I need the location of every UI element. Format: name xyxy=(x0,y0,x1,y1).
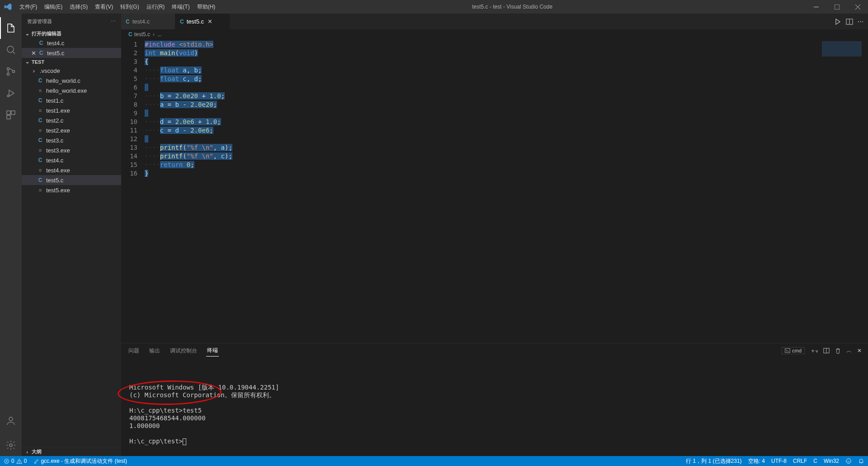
terminal[interactable]: Microsoft Windows [版本 10.0.19044.2251](c… xyxy=(121,358,868,456)
chevron-right-icon: › xyxy=(30,67,38,74)
activity-explorer-icon[interactable] xyxy=(0,17,22,39)
terminal-cursor xyxy=(183,438,186,445)
svg-rect-7 xyxy=(7,111,10,114)
panel-tab-output[interactable]: 输出 xyxy=(148,345,161,357)
file-tree-item[interactable]: ≡test4.exe xyxy=(22,165,121,175)
status-spaces[interactable]: 空格: 4 xyxy=(748,457,765,465)
terminal-shell-selector[interactable]: cmd xyxy=(782,347,805,354)
chevron-down-icon: ⌄ xyxy=(24,59,30,65)
open-editors-header[interactable]: ⌄ 打开的编辑器 xyxy=(22,29,121,38)
menu-terminal[interactable]: 终端(T) xyxy=(168,0,193,14)
status-wintag[interactable]: Win32 xyxy=(824,458,839,464)
sidebar-header: 资源管理器 ⋯ xyxy=(22,14,121,29)
code-content[interactable]: #include <stdio.h>int main(void){····flo… xyxy=(145,39,868,343)
kill-terminal-icon[interactable] xyxy=(835,348,841,354)
status-language[interactable]: C xyxy=(813,458,817,464)
file-tree-item[interactable]: Ctest3.c xyxy=(22,135,121,145)
minimap[interactable] xyxy=(822,41,862,57)
tab-label: test5.c xyxy=(187,18,204,25)
file-label: test4.c xyxy=(46,157,63,164)
status-line-col[interactable]: 行 1，列 1 (已选择231) xyxy=(686,457,741,465)
editor-tab[interactable]: C test4.c ✕ xyxy=(121,14,175,29)
outline-header[interactable]: › 大纲 xyxy=(22,447,121,456)
svg-point-3 xyxy=(7,68,9,70)
activity-search-icon[interactable] xyxy=(0,39,22,61)
file-tree-item[interactable]: ≡test3.exe xyxy=(22,145,121,155)
menu-view[interactable]: 查看(V) xyxy=(91,0,117,14)
close-panel-icon[interactable]: ✕ xyxy=(857,347,862,354)
new-terminal-icon[interactable]: ＋ⅴ xyxy=(810,347,818,355)
folder-name: TEST xyxy=(32,59,44,65)
open-editor-item[interactable]: ✕ C test5.c xyxy=(22,48,121,58)
run-icon[interactable] xyxy=(834,18,841,25)
code-editor[interactable]: 12345678910111213141516 #include <stdio.… xyxy=(121,39,868,343)
file-tree-item[interactable]: ≡test5.exe xyxy=(22,185,121,195)
file-label: .vscode xyxy=(40,67,60,74)
panel-tab-terminal[interactable]: 终端 xyxy=(206,345,219,357)
tab-actions: ⋯ xyxy=(834,14,868,29)
file-tree-item[interactable]: ≡test2.exe xyxy=(22,125,121,135)
file-tree-item[interactable]: ≡hello_world.exe xyxy=(22,86,121,95)
window-title: test5.c - test - Visual Studio Code xyxy=(219,4,806,10)
activity-debug-icon[interactable] xyxy=(0,82,22,104)
terminal-line: 1.000000 xyxy=(129,422,860,430)
breadcrumb[interactable]: C test5.c › ... xyxy=(121,29,868,39)
file-label: test3.exe xyxy=(46,147,70,154)
close-editor-icon[interactable]: ✕ xyxy=(30,50,37,57)
file-tree-item[interactable]: Ctest4.c xyxy=(22,155,121,165)
svg-rect-14 xyxy=(785,349,790,353)
file-tree-item[interactable]: ›.vscode xyxy=(22,66,121,76)
menu-run[interactable]: 运行(R) xyxy=(143,0,169,14)
exe-file-icon: ≡ xyxy=(36,167,44,173)
file-tree: ›.vscodeChello_world.c≡hello_world.exeCt… xyxy=(22,66,121,447)
status-bell-icon[interactable] xyxy=(858,458,864,464)
menu-edit[interactable]: 编辑(E) xyxy=(41,0,66,14)
file-tree-item[interactable]: Ctest1.c xyxy=(22,95,121,105)
exe-file-icon: ≡ xyxy=(36,187,44,193)
file-label: test4.c xyxy=(47,40,64,47)
editor-tab[interactable]: C test5.c ✕ xyxy=(175,14,230,29)
menu-select[interactable]: 选择(S) xyxy=(66,0,91,14)
svg-rect-0 xyxy=(814,7,819,7)
more-icon[interactable]: ⋯ xyxy=(111,19,116,24)
file-tree-item[interactable]: Ctest2.c xyxy=(22,115,121,125)
menu-help[interactable]: 帮助(H) xyxy=(193,0,219,14)
panel-tab-debug-console[interactable]: 调试控制台 xyxy=(169,345,198,357)
line-gutter: 12345678910111213141516 xyxy=(121,39,145,343)
more-icon[interactable]: ⋯ xyxy=(858,18,863,25)
panel-tab-problems[interactable]: 问题 xyxy=(127,345,140,357)
title-bar: 文件(F) 编辑(E) 选择(S) 查看(V) 转到(G) 运行(R) 终端(T… xyxy=(0,0,868,14)
file-label: test5.c xyxy=(47,50,64,57)
c-file-icon: C xyxy=(180,19,184,25)
status-encoding[interactable]: UTF-8 xyxy=(771,458,787,464)
svg-point-20 xyxy=(35,462,36,463)
file-tree-item[interactable]: ≡test1.exe xyxy=(22,105,121,115)
split-terminal-icon[interactable] xyxy=(823,347,830,354)
folder-header[interactable]: ⌄ TEST xyxy=(22,58,121,66)
terminal-line: Microsoft Windows [版本 10.0.19044.2251] xyxy=(129,384,860,391)
file-tree-item[interactable]: Ctest5.c xyxy=(22,175,121,185)
activity-account-icon[interactable] xyxy=(0,410,22,432)
menu-goto[interactable]: 转到(G) xyxy=(117,0,142,14)
open-editor-item[interactable]: ✕ C test4.c xyxy=(22,38,121,48)
status-feedback-icon[interactable] xyxy=(845,458,852,464)
terminal-line: H:\c_cpp\test>test5 xyxy=(129,407,860,414)
window-controls xyxy=(806,0,868,14)
activity-extensions-icon[interactable] xyxy=(0,104,22,126)
maximize-icon[interactable] xyxy=(826,0,847,14)
close-icon[interactable] xyxy=(847,0,868,14)
sidebar: 资源管理器 ⋯ ⌄ 打开的编辑器 ✕ C test4.c✕ C test5.c … xyxy=(22,14,121,456)
minimize-icon[interactable] xyxy=(806,0,826,14)
split-editor-icon[interactable] xyxy=(846,18,853,25)
file-tree-item[interactable]: Chello_world.c xyxy=(22,76,121,86)
status-warnings-count: 0 xyxy=(24,458,27,464)
status-errors[interactable]: 0 0 xyxy=(4,458,27,464)
activity-scm-icon[interactable] xyxy=(0,61,22,82)
status-eol[interactable]: CRLF xyxy=(793,458,807,464)
activity-settings-icon[interactable] xyxy=(0,434,22,456)
svg-rect-9 xyxy=(7,115,10,119)
close-tab-icon[interactable]: ✕ xyxy=(207,18,214,25)
chevron-up-icon[interactable]: ︿ xyxy=(846,347,852,355)
status-build-task[interactable]: gcc.exe - 生成和调试活动文件 (test) xyxy=(33,457,127,465)
menu-file[interactable]: 文件(F) xyxy=(16,0,41,14)
